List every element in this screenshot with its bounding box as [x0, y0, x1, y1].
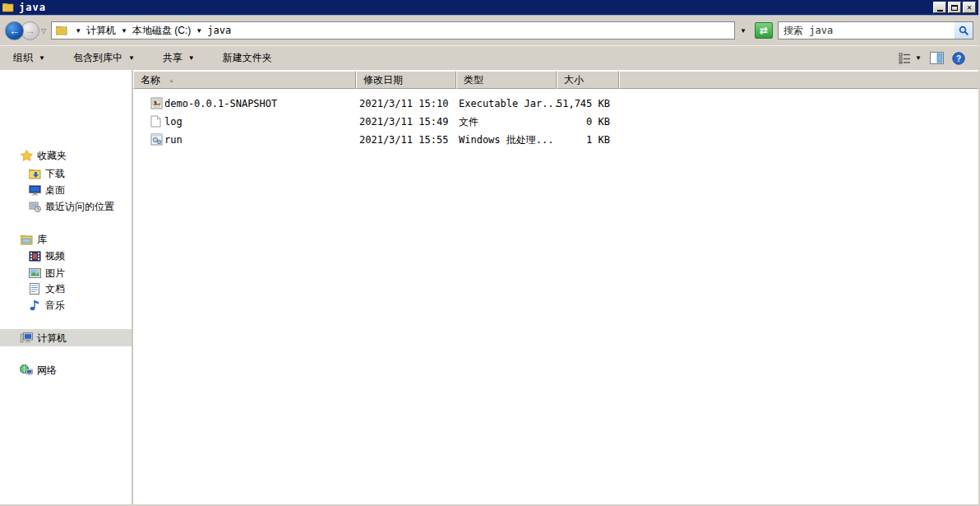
sidebar-item-downloads[interactable]: 下载 [28, 165, 65, 182]
batch-file-icon [150, 133, 164, 146]
file-name[interactable]: run [164, 134, 183, 146]
navigation-pane: 收藏夹 下载 桌面 [0, 70, 132, 504]
chevron-down-icon[interactable]: ▼ [121, 27, 127, 35]
chevron-down-icon: ▼ [915, 54, 922, 62]
column-headers: 名称 ▲ 修改日期 类型 大小 [133, 71, 980, 89]
chevron-down-icon: ▼ [188, 54, 195, 62]
command-toolbar: 组织 ▼ 包含到库中 ▼ 共享 ▼ 新建文件夹 ▼ [0, 45, 978, 70]
navigation-bar: ← → ▽ ▼ 计算机 ▼ 本地磁盘 (C:) ▼ java ▼ ⇄ 搜索 ja… [0, 15, 978, 45]
views-button[interactable]: ▼ [899, 53, 922, 64]
computer-icon [20, 332, 33, 345]
file-date-modified: 2021/3/11 15:10 [359, 98, 448, 109]
file-date-modified: 2021/3/11 15:55 [359, 134, 448, 146]
chevron-down-icon: ▼ [39, 54, 45, 62]
sidebar-item-computer[interactable]: 计算机 [20, 330, 67, 346]
sidebar-item-desktop[interactable]: 桌面 [28, 182, 65, 198]
column-header-type[interactable]: 类型 [456, 71, 557, 89]
column-header-blank[interactable] [619, 71, 980, 89]
list-view-icon [899, 53, 912, 64]
sidebar-item-videos[interactable]: 视频 [28, 248, 65, 264]
file-name[interactable]: log [164, 116, 183, 128]
title-bar[interactable]: java ✕ [0, 0, 978, 15]
table-row[interactable]: run 2021/3/11 15:55 Windows 批处理... 1 KB [133, 131, 980, 149]
sidebar-item-network[interactable]: 网络 [20, 362, 57, 378]
folder-icon [55, 24, 68, 37]
search-icon[interactable] [955, 22, 973, 39]
file-name[interactable]: demo-0.0.1-SNAPSHOT [164, 98, 277, 109]
pictures-icon [28, 267, 41, 280]
help-button[interactable]: ? [952, 52, 965, 65]
file-size: 1 KB [487, 134, 610, 146]
music-icon [28, 299, 41, 312]
minimize-button[interactable] [933, 2, 946, 13]
recent-places-icon [28, 200, 41, 213]
window-title: java [19, 2, 46, 13]
column-header-name[interactable]: 名称 ▲ [133, 71, 356, 89]
organize-button[interactable]: 组织 ▼ [13, 51, 45, 65]
sidebar-group-libraries[interactable]: 库 [20, 231, 47, 248]
back-button[interactable]: ← [5, 21, 24, 40]
search-input[interactable]: 搜索 java [784, 24, 955, 38]
column-header-size[interactable]: 大小 [557, 71, 619, 89]
sidebar-item-music[interactable]: 音乐 [28, 297, 65, 313]
svg-text:?: ? [956, 54, 961, 63]
address-history-dropdown-icon[interactable]: ▼ [740, 27, 747, 35]
sidebar-item-recent-places[interactable]: 最近访问的位置 [28, 198, 114, 215]
recent-pages-dropdown-icon[interactable]: ▽ [41, 27, 46, 35]
folder-icon [2, 2, 14, 12]
breadcrumb-local-disk-c[interactable]: 本地磁盘 (C:) [132, 24, 191, 38]
libraries-icon [20, 233, 33, 246]
jar-file-icon [150, 97, 164, 110]
file-size: 0 KB [487, 116, 610, 128]
videos-icon [28, 249, 41, 262]
chevron-down-icon[interactable]: ▼ [75, 27, 81, 35]
file-type: 文件 [459, 115, 478, 129]
table-row[interactable]: demo-0.0.1-SNAPSHOT 2021/3/11 15:10 Exec… [133, 95, 980, 113]
sidebar-group-favorites[interactable]: 收藏夹 [20, 147, 67, 164]
new-folder-button[interactable]: 新建文件夹 [223, 51, 278, 65]
preview-pane-icon [930, 52, 944, 64]
documents-icon [28, 282, 41, 295]
sidebar-item-pictures[interactable]: 图片 [28, 265, 65, 281]
preview-pane-button[interactable] [930, 52, 944, 64]
refresh-button[interactable]: ⇄ [755, 22, 773, 39]
file-list-pane: 名称 ▲ 修改日期 类型 大小 [133, 70, 980, 504]
help-icon: ? [952, 52, 965, 65]
file-size: 51,745 KB [487, 98, 610, 109]
include-in-library-button[interactable]: 包含到库中 ▼ [73, 51, 135, 65]
sidebar-item-documents[interactable]: 文档 [28, 281, 65, 297]
address-bar[interactable]: ▼ 计算机 ▼ 本地磁盘 (C:) ▼ java [51, 21, 735, 39]
share-button[interactable]: 共享 ▼ [163, 51, 195, 65]
close-button[interactable]: ✕ [963, 2, 976, 13]
file-icon [150, 115, 164, 128]
file-date-modified: 2021/3/11 15:49 [359, 116, 448, 128]
maximize-button[interactable] [948, 2, 961, 13]
downloads-folder-icon [28, 167, 41, 180]
breadcrumb-computer[interactable]: 计算机 [86, 24, 116, 38]
column-header-date-modified[interactable]: 修改日期 [356, 71, 456, 89]
explorer-window: java ✕ ← → ▽ ▼ 计算机 ▼ 本地磁盘 (C:) ▼ java [0, 0, 980, 506]
chevron-down-icon: ▼ [128, 54, 135, 62]
sort-ascending-icon: ▲ [169, 77, 174, 83]
star-icon [20, 149, 33, 162]
chevron-down-icon[interactable]: ▼ [196, 27, 202, 35]
table-row[interactable]: log 2021/3/11 15:49 文件 0 KB [133, 113, 980, 131]
search-box[interactable]: 搜索 java [778, 21, 973, 39]
breadcrumb-java[interactable]: java [207, 25, 231, 36]
desktop-icon [28, 183, 41, 197]
network-icon [20, 364, 33, 377]
